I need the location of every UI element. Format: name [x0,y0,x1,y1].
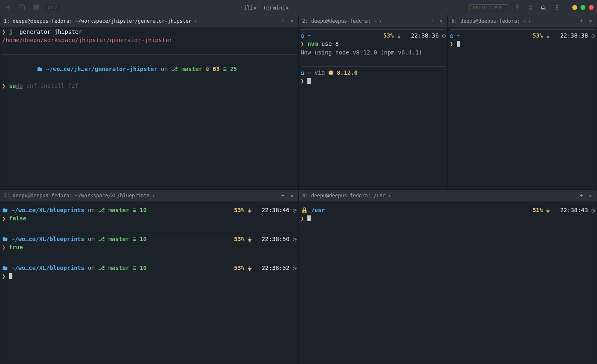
divider [450,29,595,30]
pane-dropdown-icon[interactable]: ▾ [388,194,391,198]
home-icon: ⌂ [301,32,304,39]
terminal-body[interactable]: 🖿 ~/wo…ce/XL/blueprints on ⎇ master ≡ 10… [0,201,298,364]
svg-point-0 [529,5,531,7]
git-icon: ⎇ [98,265,108,271]
cursor [9,273,12,279]
svg-point-1 [557,5,558,6]
pane-title: 1: deepu@deepus-fedora: ~/workspace/jhip… [4,18,191,24]
close-pane-button[interactable]: ✕ [588,193,593,199]
battery-icon: ⏚ [546,32,550,39]
cursor [307,78,311,84]
avatar-icon[interactable] [526,2,536,12]
path-output: /home/deepu/workspace/jhipster/generator… [2,37,172,43]
close-pane-button[interactable]: ✕ [438,18,444,24]
dev-badge: DEV [45,4,60,11]
clock-icon: ◷ [592,32,595,39]
pane-title: 3: deepu@deepus-fedora: ~/workspace/XL/b… [4,193,150,199]
terminal-body[interactable]: ⌂ ~ 53% ⏚ 22:38:36 ◷ ❯ nvm use 8 Now usi… [299,27,448,189]
write-post-button[interactable]: WRITE A POST [470,4,509,11]
bolt-icon[interactable] [512,2,522,12]
battery-icon: ⏚ [248,265,251,271]
clock-icon: ◷ [592,207,595,213]
maximize-button[interactable] [580,5,585,10]
close-pane-button[interactable]: ✕ [588,18,593,24]
terminal-body[interactable]: ⌂ ~ 53% ⏚ 22:38:38 ◷ ❯ [448,27,597,189]
search-icon[interactable] [539,2,549,12]
clock-icon: ◷ [442,32,446,39]
terminal-pane-4: 4: deepu@deepus-fedora: /usr▾ + ✕ 🔒 /usr… [299,189,597,364]
folder-icon: 🖿 [2,207,8,213]
battery-icon: ⏚ [546,207,550,213]
terminal-icon[interactable] [31,2,41,12]
close-pane-button[interactable]: ✕ [289,193,295,199]
add-pane-button[interactable]: + [578,193,584,199]
window-titlebar: DEV Tilix: Terminix WRITE A POST [0,0,597,15]
battery-icon: ⏚ [248,207,251,213]
terminal-pane-1: 1: deepu@deepus-fedora: ~/workspace/jhip… [0,15,299,189]
lock-icon: 🔒 [301,207,308,213]
pane-title-bar: 4: deepu@deepus-fedora: /usr▾ + ✕ [299,190,597,201]
copy-icon[interactable] [17,2,27,12]
pane-dropdown-icon[interactable]: ▾ [152,194,155,198]
clock-icon: ◷ [293,236,296,242]
battery-icon: ⏚ [248,236,251,242]
clock-icon: ◷ [293,207,296,213]
pane-title-bar: 1: deepu@deepus-fedora: ~/workspace/jhip… [0,15,298,27]
git-icon: ⎇ [98,207,108,213]
close-pane-button[interactable]: ✕ [289,18,295,24]
clock-icon: ◷ [293,265,296,271]
pane-title: 2: deepu@deepus-fedora: ~ [302,18,377,24]
divider [2,204,297,204]
cursor [457,41,460,47]
window-controls [572,5,594,10]
pane-title-bar: 2: deepu@deepus-fedora: ~▾ + ✕ [299,15,448,27]
folder-icon: 🖿 [37,66,42,72]
close-window-button[interactable] [589,5,594,10]
home-icon: ⌂ [450,32,453,39]
add-pane-button[interactable]: + [280,193,286,199]
terminal-body[interactable]: ❯ j generator-jhipster /home/deepu/works… [0,27,298,189]
titlebar-separator [567,4,567,11]
pane-dropdown-icon[interactable]: ▾ [379,19,382,24]
pane-title: 4: deepu@deepus-fedora: /usr [302,193,386,199]
divider [301,204,595,204]
svg-point-3 [557,9,558,10]
add-pane-icon[interactable] [3,2,13,12]
pane-title-bar: 5: deepu@deepus-fedora: ~▾ + ✕ [448,15,597,27]
battery-icon: ⏚ [397,32,401,39]
pane-dropdown-icon[interactable]: ▾ [529,19,531,24]
pane-title: 5: deepu@deepus-fedora: ~ [451,18,526,24]
divider [2,233,297,233]
add-pane-button[interactable]: + [578,18,584,24]
divider [2,262,297,262]
terminal-pane-3: 3: deepu@deepus-fedora: ~/workspace/XL/b… [0,189,299,364]
git-icon: ⎇ [98,236,108,242]
cursor [307,215,311,221]
pane-dropdown-icon[interactable]: ▾ [194,19,196,24]
terminal-body[interactable]: 🔒 /usr 51% ⏚ 22:38:43 ◷ ❯ [299,201,597,364]
add-pane-button[interactable]: + [429,18,435,24]
terminal-pane-2: 2: deepu@deepus-fedora: ~▾ + ✕ ⌂ ~ 53% ⏚… [299,15,448,189]
pane-title-bar: 3: deepu@deepus-fedora: ~/workspace/XL/b… [0,190,298,201]
divider [301,29,446,30]
menu-icon[interactable] [552,2,562,12]
folder-icon: 🖿 [2,265,8,271]
window-title: Tilix: Terminix [63,5,466,11]
minimize-button[interactable] [572,5,577,10]
svg-point-2 [557,7,558,8]
folder-icon: 🖿 [2,236,8,242]
hexagon-icon: ⬢ [328,69,333,76]
add-pane-button[interactable]: + [280,18,286,24]
home-icon: ⌂ [301,69,304,76]
divider [2,54,297,55]
divider [301,66,446,67]
terminal-pane-5: 5: deepu@deepus-fedora: ~▾ + ✕ ⌂ ~ 53% ⏚… [448,15,597,189]
